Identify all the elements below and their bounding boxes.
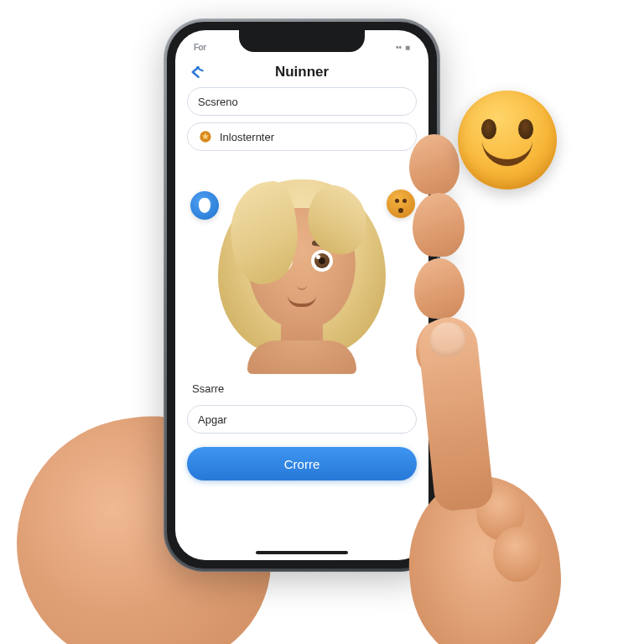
home-indicator[interactable]	[256, 551, 348, 554]
field-first-value: Scsreno	[198, 96, 238, 108]
back-button[interactable]	[187, 62, 207, 82]
hand-right	[376, 325, 594, 644]
star-icon	[198, 129, 213, 144]
avatar-image[interactable]	[214, 164, 390, 366]
page-title: Nuinner	[275, 64, 329, 80]
chevron-left-icon	[189, 64, 205, 80]
battery-icon: ■	[405, 43, 410, 52]
app-header: Nuinner	[175, 55, 428, 87]
scene-root: For •• ■ Nuinner	[0, 0, 644, 644]
create-button-label: Crorre	[284, 457, 320, 471]
status-time: For	[194, 43, 206, 52]
surprise-icon[interactable]	[387, 190, 415, 218]
field-input-value: Apgar	[198, 413, 227, 426]
field-second[interactable]: Inlosternter	[187, 122, 417, 151]
notch	[239, 30, 365, 52]
field-first[interactable]: Scsreno	[187, 87, 417, 116]
signal-icon: ••	[396, 43, 402, 52]
field-second-value: Inlosternter	[220, 131, 274, 143]
smile-emoji	[458, 91, 557, 190]
